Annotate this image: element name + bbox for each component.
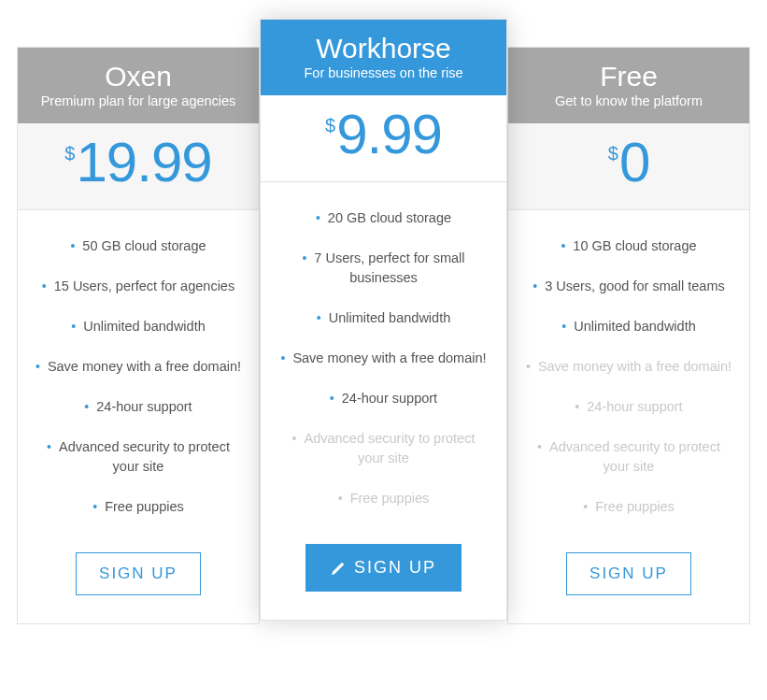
feature-item: Save money with a free domain! [35,357,242,377]
plan-subtitle: For businesses on the rise [268,65,499,80]
price-amount: 9.99 [336,107,442,163]
plan-card-free: Free Get to know the platform $ 0 10 GB … [507,47,750,624]
signup-button[interactable]: SIGN UP [566,552,691,595]
plan-price: $ 9.99 [325,107,442,163]
feature-item: 15 Users, perfect for agencies [35,277,242,296]
feature-item: Advanced security to protect your site [525,437,732,477]
plan-name: Oxen [25,61,251,92]
plan-price-block: $ 19.99 [18,123,259,210]
feature-item: Advanced security to protect your site [277,429,490,468]
feature-item: Free puppies [35,497,242,517]
signup-wrap: SIGN UP [18,547,259,623]
feature-item: 20 GB cloud storage [277,208,490,228]
plan-subtitle: Get to know the platform [516,93,742,108]
signup-button[interactable]: SIGN UP [76,552,201,595]
currency-symbol: $ [325,116,334,135]
price-amount: 0 [619,135,649,191]
feature-item: Free puppies [277,489,490,508]
feature-item: Advanced security to protect your site [35,437,242,477]
plan-price-block: $ 9.99 [261,95,506,182]
feature-item: 50 GB cloud storage [35,236,242,256]
feature-item: Save money with a free domain! [277,349,490,368]
plan-name: Free [516,61,742,92]
plan-price: $ 19.99 [64,135,211,191]
plan-name: Workhorse [268,33,499,64]
signup-wrap: SIGN UP [261,538,506,620]
currency-symbol: $ [64,144,74,163]
plan-header: Free Get to know the platform [508,48,749,123]
feature-list: 20 GB cloud storage 7 Users, perfect for… [261,182,506,538]
feature-item: Unlimited bandwidth [35,317,242,336]
plan-card-oxen: Oxen Premium plan for large agencies $ 1… [17,47,260,624]
feature-item: Unlimited bandwidth [277,308,490,328]
plan-header: Workhorse For businesses on the rise [261,20,506,95]
plan-price-block: $ 0 [508,123,749,210]
signup-button[interactable]: SIGN UP [305,544,462,592]
plan-price: $ 0 [608,135,650,191]
feature-item: 7 Users, perfect for small businesses [277,249,490,288]
plan-card-workhorse: Workhorse For businesses on the rise $ 9… [260,19,507,621]
feature-item: Unlimited bandwidth [525,317,732,336]
signup-wrap: SIGN UP [508,547,749,623]
plan-subtitle: Premium plan for large agencies [25,93,251,108]
feature-item: Save money with a free domain! [525,357,732,377]
feature-item: Free puppies [525,497,732,517]
pencil-icon [331,561,346,576]
feature-item: 24-hour support [525,397,732,417]
currency-symbol: $ [608,144,618,163]
feature-list: 50 GB cloud storage 15 Users, perfect fo… [18,210,259,547]
feature-item: 24-hour support [277,389,490,408]
signup-label: SIGN UP [589,564,668,583]
feature-item: 24-hour support [35,397,242,417]
feature-item: 10 GB cloud storage [525,236,732,256]
price-amount: 19.99 [76,135,211,191]
feature-item: 3 Users, good for small teams [525,277,732,296]
feature-list: 10 GB cloud storage 3 Users, good for sm… [508,210,749,547]
plan-header: Oxen Premium plan for large agencies [18,48,259,123]
signup-label: SIGN UP [354,558,436,578]
signup-label: SIGN UP [99,564,178,583]
pricing-row: Oxen Premium plan for large agencies $ 1… [9,19,758,624]
